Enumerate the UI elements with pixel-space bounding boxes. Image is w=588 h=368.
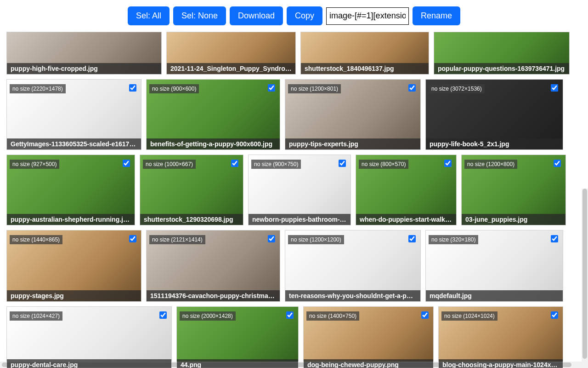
- filename-label: 2021-11-24_Singleton_Puppy_Syndrome_One: [167, 63, 295, 74]
- image-tile[interactable]: no size (800×570)when-do-puppies-start-w…: [356, 155, 457, 225]
- filename-label: mqdefault.jpg: [426, 290, 563, 301]
- size-tag: no size (2220×1478): [10, 84, 66, 93]
- image-tile[interactable]: no size (320×180)mqdefault.jpg: [425, 230, 563, 302]
- image-tile[interactable]: no size (2000×1428)44.png: [176, 306, 299, 368]
- rename-button[interactable]: Rename: [413, 6, 460, 25]
- image-tile[interactable]: no size (1200×801)puppy-tips-experts.jpg: [285, 79, 421, 150]
- filename-label: puppy-australian-shepherd-running.jpg: [7, 214, 135, 225]
- filename-label: 1511194376-cavachon-puppy-christmas.jpg: [147, 290, 280, 301]
- image-grid: puppy-high-five-cropped.jpg2021-11-24_Si…: [6, 32, 582, 368]
- download-button[interactable]: Download: [230, 6, 283, 25]
- filename-label: puppy-tips-experts.jpg: [285, 138, 420, 150]
- select-checkbox[interactable]: [231, 160, 238, 167]
- filename-label: 44.png: [177, 359, 298, 368]
- size-tag: no size (2121×1414): [149, 235, 205, 244]
- filename-label: benefits-of-getting-a-puppy-900x600.jpg: [147, 138, 280, 150]
- select-checkbox[interactable]: [129, 84, 136, 92]
- image-grid-scroll[interactable]: puppy-high-five-cropped.jpg2021-11-24_Si…: [0, 32, 588, 368]
- image-tile[interactable]: no size (1024×427)puppy-dental-care.jpg: [6, 306, 172, 368]
- filename-label: newborn-puppies-bathroom-1.jpg: [249, 214, 351, 225]
- size-tag: no size (3072×1536): [429, 84, 485, 93]
- image-tile[interactable]: no size (1024×1024)blog-choosing-a-puppy…: [438, 306, 563, 368]
- image-tile[interactable]: no size (1440×865)puppy-stages.jpg: [6, 230, 141, 302]
- select-checkbox[interactable]: [554, 160, 561, 167]
- image-tile[interactable]: no size (900×600)benefits-of-getting-a-p…: [146, 79, 280, 150]
- grid-row: no size (927×500)puppy-australian-shephe…: [6, 155, 582, 225]
- size-tag: no size (1200×800): [464, 160, 517, 169]
- copy-button[interactable]: Copy: [287, 6, 322, 25]
- image-tile[interactable]: no size (1200×1200)ten-reasons-why-you-s…: [285, 230, 421, 302]
- filename-label: dog-being-chewed-puppy.png: [304, 359, 433, 368]
- image-tile[interactable]: no size (3072×1536)puppy-life-book-5_2x1…: [425, 79, 563, 150]
- filename-label: 03-june_puppies.jpg: [462, 214, 565, 225]
- select-checkbox[interactable]: [159, 311, 167, 319]
- filename-label: puppy-life-book-5_2x1.jpg: [426, 138, 563, 150]
- filename-label: shutterstock_1290320698.jpg: [140, 214, 243, 225]
- size-tag: no size (800×570): [359, 160, 408, 169]
- image-tile[interactable]: no size (2121×1414)1511194376-cavachon-p…: [146, 230, 280, 302]
- image-tile[interactable]: popular-puppy-questions-1639736471.jpg: [434, 32, 570, 75]
- select-checkbox[interactable]: [551, 235, 558, 242]
- image-tile[interactable]: puppy-high-five-cropped.jpg: [6, 32, 162, 75]
- vertical-scrollbar[interactable]: [582, 189, 588, 368]
- select-checkbox[interactable]: [444, 160, 452, 167]
- size-tag: no size (1200×801): [288, 84, 341, 93]
- size-tag: no size (320×180): [429, 235, 478, 244]
- size-tag: no size (900×750): [251, 160, 301, 169]
- select-checkbox[interactable]: [408, 235, 416, 242]
- select-checkbox[interactable]: [551, 84, 558, 92]
- size-tag: no size (1200×1200): [288, 235, 344, 244]
- size-tag: no size (900×600): [149, 84, 199, 93]
- image-tile[interactable]: no size (927×500)puppy-australian-shephe…: [6, 155, 135, 225]
- image-tile[interactable]: 2021-11-24_Singleton_Puppy_Syndrome_One: [166, 32, 296, 75]
- filename-label: GettyImages-1133605325-scaled-e161722789…: [7, 138, 141, 150]
- image-tile[interactable]: no size (2220×1478)GettyImages-113360532…: [6, 79, 141, 150]
- select-checkbox[interactable]: [268, 235, 275, 242]
- size-tag: no size (927×500): [10, 160, 59, 169]
- image-tile[interactable]: no size (900×750)newborn-puppies-bathroo…: [248, 155, 351, 225]
- size-tag: no size (1024×427): [10, 311, 62, 321]
- select-all-button[interactable]: Sel: All: [128, 6, 170, 25]
- filename-label: when-do-puppies-start-walking.jpg: [356, 214, 456, 225]
- select-checkbox[interactable]: [408, 84, 416, 92]
- select-checkbox[interactable]: [268, 84, 275, 92]
- grid-row: puppy-high-five-cropped.jpg2021-11-24_Si…: [6, 32, 582, 75]
- image-tile[interactable]: no size (1000×667)shutterstock_129032069…: [140, 155, 243, 225]
- grid-row: no size (1024×427)puppy-dental-care.jpgn…: [6, 306, 582, 368]
- filename-label: popular-puppy-questions-1639736471.jpg: [434, 63, 569, 74]
- filename-label: puppy-dental-care.jpg: [7, 359, 171, 368]
- size-tag: no size (1400×750): [306, 311, 359, 321]
- size-tag: no size (1024×1024): [441, 311, 498, 321]
- select-checkbox[interactable]: [421, 311, 429, 319]
- filename-label: puppy-stages.jpg: [7, 290, 141, 301]
- size-tag: no size (2000×1428): [180, 311, 236, 321]
- filename-label: shutterstock_1840496137.jpg: [301, 63, 429, 74]
- filename-label: puppy-high-five-cropped.jpg: [7, 63, 161, 74]
- filename-label: blog-choosing-a-puppy-main-1024x1024: [439, 359, 563, 368]
- size-tag: no size (1000×667): [143, 160, 196, 169]
- size-tag: no size (1440×865): [10, 235, 62, 244]
- rename-pattern-input[interactable]: [326, 7, 409, 25]
- select-checkbox[interactable]: [123, 160, 130, 167]
- filename-label: ten-reasons-why-you-shouldnt-get-a-puppy…: [285, 290, 420, 301]
- select-none-button[interactable]: Sel: None: [173, 6, 226, 25]
- image-tile[interactable]: no size (1200×800)03-june_puppies.jpg: [461, 155, 566, 225]
- toolbar: Sel: All Sel: None Download Copy Rename: [0, 0, 588, 32]
- select-checkbox[interactable]: [286, 311, 294, 319]
- select-checkbox[interactable]: [551, 311, 558, 319]
- image-tile[interactable]: shutterstock_1840496137.jpg: [300, 32, 429, 75]
- grid-row: no size (1440×865)puppy-stages.jpgno siz…: [6, 230, 582, 302]
- select-checkbox[interactable]: [129, 235, 136, 242]
- select-checkbox[interactable]: [339, 160, 346, 167]
- image-tile[interactable]: no size (1400×750)dog-being-chewed-puppy…: [303, 306, 434, 368]
- grid-row: no size (2220×1478)GettyImages-113360532…: [6, 79, 582, 150]
